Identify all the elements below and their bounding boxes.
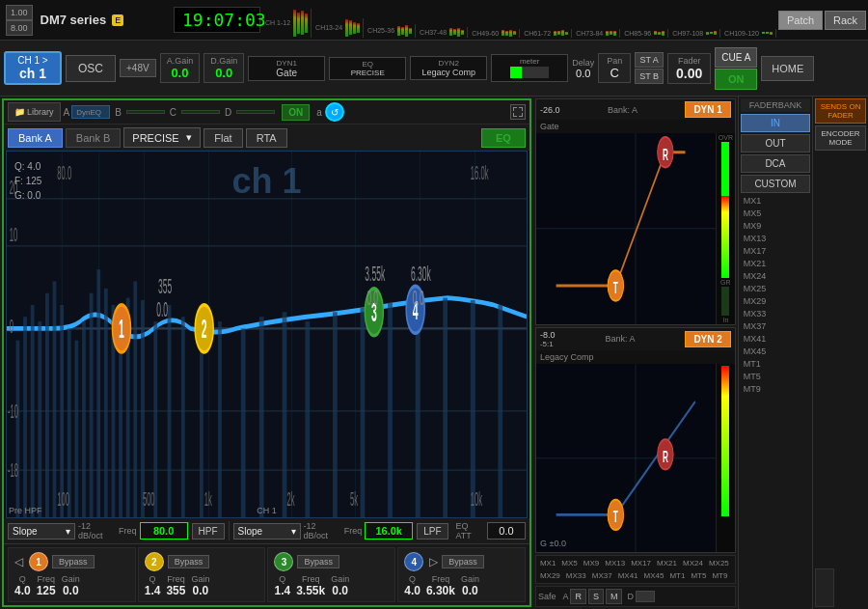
svg-text:0.0: 0.0 (366, 286, 378, 310)
bank-b-button[interactable]: Bank B (66, 128, 121, 148)
delay-block: Delay 0.0 (572, 58, 594, 79)
encoder-mode-button[interactable]: ENCODERMODE (815, 125, 866, 151)
chevron-down-icon: ▾ (186, 131, 192, 144)
band-number-3: 3 Bypass (274, 552, 389, 571)
ch-name-display: ch 1 (12, 66, 54, 81)
band-gain-group-3: Gain 0.0 (331, 574, 349, 597)
meter-bar (353, 22, 356, 34)
mx-item-mx33: MX33 (564, 570, 588, 581)
slope2-label: Slope (238, 526, 263, 537)
expand-icon[interactable] (510, 104, 526, 120)
svg-rect-46 (498, 305, 502, 517)
patch-button[interactable]: Patch (778, 11, 823, 30)
svg-text:80.0: 80.0 (57, 163, 71, 183)
eq-precise: PRECISE (336, 69, 399, 77)
fader-label: Fader (678, 56, 701, 66)
meter-label: meter (498, 57, 561, 66)
plugin-slot-a[interactable]: DynEQ (71, 105, 110, 119)
fb-out-button[interactable]: OUT (741, 134, 810, 152)
eq-toggle-button[interactable]: EQ (481, 128, 526, 148)
svg-rect-19 (60, 305, 64, 517)
fb-item-mx41: MX41 (741, 333, 810, 345)
library-button[interactable]: 📁 Library (8, 102, 61, 122)
meter-section-ch13-24: CH13-24 (312, 18, 364, 38)
mx-item-mx37: MX37 (590, 570, 614, 581)
band-q-group-2: Q 1.4 (145, 574, 161, 597)
meter-bar (770, 32, 773, 35)
slope2-dropdown[interactable]: Slope ▾ (233, 523, 301, 540)
arrow-left-icon: ◁ (14, 555, 23, 568)
eq-graph[interactable]: 20 10 0 -10 -18 100 500 1k 2k 5k 10k 80.… (6, 151, 528, 518)
safe-s-button[interactable]: S (588, 589, 604, 604)
freq2-value: 16.0k (365, 522, 413, 540)
fb-list: MX1MX5MX9MX13MX17MX21MX24MX25MX29MX33MX3… (741, 195, 810, 607)
eq-att-value: 0.0 (487, 522, 526, 540)
e-badge: E (112, 14, 123, 26)
lpf-button[interactable]: LPF (417, 523, 448, 540)
meter-bar (610, 31, 612, 35)
top-bar-left: 1.00 8.00 DM7 series E (0, 5, 174, 36)
dyn1-button[interactable]: DYN 1 (685, 101, 730, 118)
chevron-down-icon: ▾ (66, 526, 70, 537)
plugin-slot-b[interactable] (126, 110, 165, 114)
meter-bar (461, 30, 464, 35)
mx-item-mx25: MX25 (707, 558, 731, 568)
meter-bar (345, 19, 348, 37)
g-label: G (540, 539, 547, 548)
fb-custom-button[interactable]: CUSTOM (741, 175, 810, 193)
band-circle-4: 4 (404, 552, 423, 571)
arrow-right-icon: ▷ (429, 555, 438, 568)
flat-button[interactable]: Flat (203, 128, 242, 148)
freq1-label: Freq (119, 526, 137, 536)
on-button[interactable]: ON (715, 69, 757, 90)
sta-a-button[interactable]: ST A (635, 52, 663, 68)
meter-bar (357, 23, 360, 33)
meter-bar (513, 31, 516, 35)
plugin-slot-d[interactable] (236, 110, 275, 114)
home-button[interactable]: HOME (761, 56, 814, 81)
safe-m-button[interactable]: M (606, 589, 623, 604)
slope1-dropdown[interactable]: Slope ▾ (8, 523, 75, 540)
band-bypass-1[interactable]: Bypass (52, 555, 95, 568)
eq-on-button[interactable]: ON (282, 104, 310, 121)
plugin-slot-c[interactable] (181, 110, 220, 114)
cue-a-button[interactable]: CUE A (715, 47, 757, 68)
dyn2-button[interactable]: DYN 2 (685, 331, 730, 347)
bank-a-button[interactable]: Bank A (8, 128, 63, 148)
a-label: a (316, 107, 322, 118)
fb-item-mx17: MX17 (741, 245, 810, 257)
meter-label-ch13-24: CH13-24 (315, 24, 342, 31)
band-bypass-3[interactable]: Bypass (297, 555, 339, 568)
channel-selector[interactable]: CH 1 > ch 1 (4, 51, 62, 85)
osc-button[interactable]: OSC (66, 55, 116, 82)
band-param-2: 2 Bypass Q 1.4 Freq 355 Gain 0.0 (138, 547, 266, 602)
dyn1-label: DYN1 (255, 59, 318, 68)
band-bypass-4[interactable]: Bypass (442, 555, 484, 568)
band-bypass-2[interactable]: Bypass (168, 555, 210, 568)
q-value-2: 1.4 (145, 584, 161, 597)
dyn1-plugin[interactable]: DYN1 Gate (248, 56, 325, 81)
freq-value-1: 125 (37, 584, 56, 597)
sta-b-button[interactable]: ST B (635, 69, 664, 84)
plugin-chain: 📁 Library A DynEQ B C D ON a ↺ (4, 100, 529, 125)
gain-label-1: Gain (62, 574, 80, 584)
svg-text:0.0: 0.0 (156, 297, 168, 321)
type-select[interactable]: PRECISE ▾ (123, 127, 201, 148)
sends-on-fader-button[interactable]: SENDS ONFADER (815, 98, 866, 124)
rack-button[interactable]: Rack (825, 11, 866, 30)
hpf-button[interactable]: HPF (192, 523, 225, 540)
phantom-button[interactable]: +48V (120, 59, 156, 77)
safe-r-button[interactable]: R (570, 589, 586, 604)
dyn2-graph: T R G ±0.0 (536, 364, 735, 553)
dyn2-plugin[interactable]: DYN2 Legacy Comp (410, 56, 487, 80)
meter-plugin: meter (491, 54, 568, 82)
slot-c-label: C (170, 107, 176, 118)
fb-dca-button[interactable]: DCA (741, 154, 810, 173)
eq-plugin[interactable]: EQ PRECISE (329, 57, 406, 80)
svg-text:2: 2 (202, 315, 207, 343)
fb-in-button[interactable]: IN (741, 114, 810, 132)
rta-button[interactable]: RTA (246, 128, 287, 148)
sync-icon[interactable]: ↺ (325, 102, 344, 122)
svg-text:1k: 1k (204, 489, 212, 510)
fb-item-mx5: MX5 (741, 208, 810, 219)
